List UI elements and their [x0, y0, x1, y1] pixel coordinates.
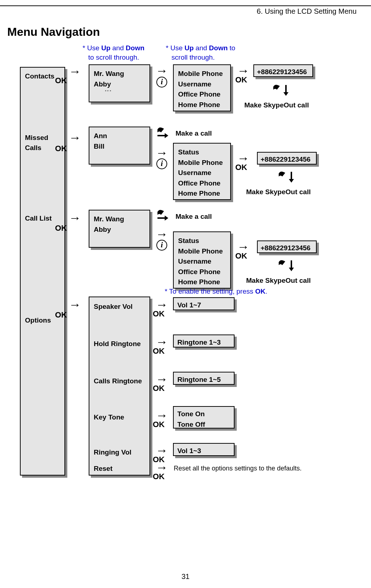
svg-marker-5 [289, 179, 294, 183]
opt-reset: Reset [94, 464, 113, 474]
vol13-box: Vol 1~3 [173, 443, 235, 456]
info-icon: i [156, 240, 167, 251]
make-call-label: Make a call [176, 213, 212, 221]
svg-marker-1 [283, 92, 288, 96]
missed-names-box: Ann Bill [89, 127, 150, 165]
menu-options: Options [25, 315, 51, 326]
page-number: 31 [0, 572, 371, 581]
menu-call-list: Call List [25, 213, 52, 224]
options-list-box: Speaker Vol Hold Ringtone Calls Ringtone… [89, 297, 150, 476]
opt-speaker-vol: Speaker Vol [94, 302, 132, 312]
enable-note: * To enable the setting, press OK. [165, 287, 267, 296]
ok-label: OK [235, 251, 247, 261]
arrow-icon: → [156, 298, 168, 311]
reset-text: Reset all the options settings to the de… [174, 465, 302, 472]
arrow-icon: → [156, 373, 168, 385]
call-arrow-icon [156, 209, 170, 223]
main-menu-box: Contacts Missed Calls Call List Options [20, 67, 65, 476]
phone-icon [275, 170, 300, 186]
contacts-names-box: Mr. Wang Abby ⋮ [89, 64, 150, 102]
menu-missed-l2: Calls [25, 143, 41, 153]
scroll-note-2: * Use Up and Down to scroll through. [166, 43, 235, 62]
ok-label: OK [153, 309, 165, 319]
arrow-icon: → [237, 152, 249, 164]
menu-contacts: Contacts [25, 71, 54, 82]
info-icon: i [156, 158, 167, 169]
ringtone15-box: Ringtone 1~5 [173, 372, 235, 385]
svg-marker-9 [289, 268, 294, 271]
skypeout-label-1: Make SkypeOut call [244, 101, 309, 109]
arrow-icon: → [156, 228, 168, 240]
opt-hold-ringtone: Hold Ringtone [94, 339, 141, 349]
opt-ringing-vol: Ringing Vol [94, 447, 131, 458]
menu-missed-l1: Missed [25, 133, 48, 143]
ok-label: OK [153, 472, 165, 481]
contact-details-box: Mobile Phone Username Office Phone Home … [173, 64, 231, 111]
svg-marker-3 [165, 133, 168, 138]
svg-marker-7 [165, 216, 168, 221]
scroll-note-1: * Use Up and Down to scroll through. [83, 43, 144, 62]
ok-label: OK [55, 144, 67, 153]
arrow-icon: → [156, 444, 168, 456]
ok-label: OK [235, 163, 247, 172]
arrow-icon: → [156, 64, 168, 77]
arrow-icon: → [69, 298, 81, 311]
vol17-box: Vol 1~7 [173, 297, 235, 310]
arrow-icon: → [237, 64, 249, 77]
info-icon: i [156, 77, 167, 88]
missed-details-box: Status Mobile Phone Username Office Phon… [173, 143, 231, 200]
ok-label: OK [235, 75, 247, 85]
phone-icon [270, 83, 295, 100]
arrow-icon: → [156, 409, 168, 421]
arrow-icon: → [69, 65, 81, 77]
ok-label: OK [153, 384, 165, 393]
phone-box-3: +886229123456 [257, 240, 317, 253]
skypeout-label-3: Make SkypeOut call [246, 277, 311, 285]
arrow-icon: → [237, 240, 249, 253]
keytone-box: Tone On Tone Off [173, 406, 235, 429]
make-call-label: Make a call [176, 129, 212, 137]
ok-label: OK [55, 223, 67, 233]
page-title: Menu Navigation [7, 25, 100, 39]
phone-icon [275, 259, 300, 274]
phone-box-2: +886229123456 [257, 152, 317, 165]
arrow-icon: → [156, 146, 168, 159]
ringtone13-box: Ringtone 1~3 [173, 335, 235, 348]
arrow-icon: → [156, 461, 168, 473]
page-header: 6. Using the LCD Setting Menu [257, 7, 357, 16]
calllist-names-box: Mr. Wang Abby [89, 210, 150, 248]
arrow-icon: → [69, 212, 81, 224]
ok-label: OK [55, 76, 67, 85]
phone-box-1: +886229123456 [253, 64, 313, 77]
calllist-details-box: Status Mobile Phone Username Office Phon… [173, 231, 231, 289]
arrow-icon: → [69, 131, 81, 144]
ok-label: OK [153, 420, 165, 429]
call-arrow-icon [156, 127, 170, 141]
skypeout-label-2: Make SkypeOut call [246, 188, 311, 196]
arrow-icon: → [156, 336, 168, 348]
ok-label: OK [153, 346, 165, 356]
ok-label: OK [55, 310, 67, 320]
opt-calls-ringtone: Calls Ringtone [94, 376, 142, 387]
opt-key-tone: Key Tone [94, 412, 124, 423]
